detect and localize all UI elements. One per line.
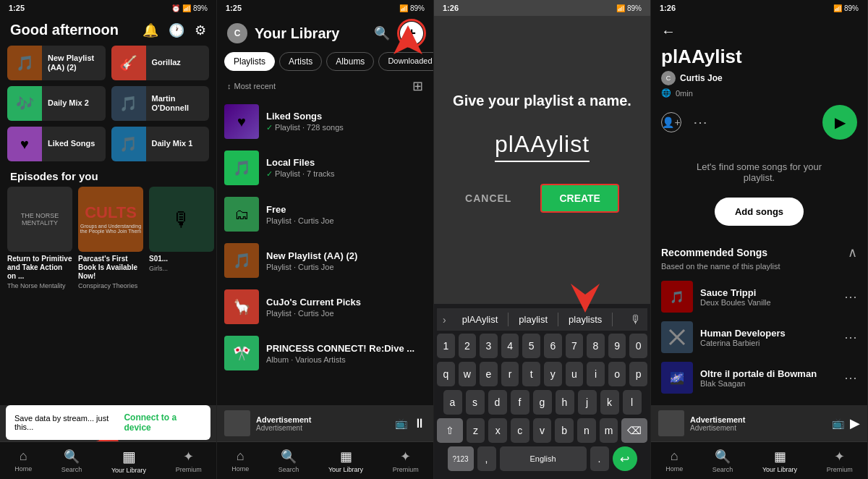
key-v[interactable]: v [533,418,552,443]
quick-item-5[interactable]: 🎵 Daily Mix 1 [111,127,210,161]
lib-item-1[interactable]: 🎵 Local Files ✓ Playlist · 7 tracks [224,145,426,191]
cancel-button[interactable]: CANCEL [465,192,511,204]
key-backspace[interactable]: ⌫ [621,418,647,443]
key-g[interactable]: g [533,390,552,415]
play-icon-p4[interactable]: ▶ [850,415,860,431]
quick-item-4[interactable]: ♥ Liked Songs [7,127,106,161]
cast-icon-p4[interactable]: 📺 [832,417,844,429]
user-avatar-p2[interactable]: C [227,23,247,43]
rec-song-0[interactable]: 🎵 Sauce Trippi Deux Boules Vanille ⋯ [661,276,857,317]
view-toggle[interactable]: ⊞ [412,78,423,94]
suggestion-1[interactable]: playlist [509,313,558,326]
quick-item-3[interactable]: 🎵 Martin O'Donnell [111,86,210,121]
nav-search-p4[interactable]: 🔍 Search [712,449,733,473]
key-l[interactable]: l [623,390,642,415]
key-d[interactable]: d [488,390,507,415]
add-user-button[interactable]: 👤+ [661,112,681,132]
key-h[interactable]: h [556,390,574,415]
key-7[interactable]: 7 [566,334,584,358]
key-s[interactable]: s [466,390,485,415]
rec-song-1[interactable]: Human Developers Caterina Barbieri ⋯ [661,317,857,357]
lib-item-4[interactable]: 🦙 CuJo's Current Picks Playlist · Curtis… [224,284,426,330]
filter-artists[interactable]: Artists [279,52,322,71]
nav-search-p2[interactable]: 🔍 Search [278,449,299,473]
quick-item-2[interactable]: 🎶 Daily Mix 2 [7,86,106,121]
rec-add-0[interactable]: ⋯ [844,289,857,305]
sort-control[interactable]: ↕ Most recent [227,82,276,90]
create-button[interactable]: CREATE [540,184,619,213]
rec-add-2[interactable]: ⋯ [844,370,857,386]
key-r[interactable]: r [501,362,519,386]
key-8[interactable]: 8 [587,334,605,358]
lib-item-2[interactable]: 🗂 Free Playlist · Curtis Joe [224,191,426,237]
key-p[interactable]: p [629,362,647,386]
key-n[interactable]: n [577,418,596,443]
nav-home-p1[interactable]: ⌂ Home [14,449,32,472]
pause-icon-p2[interactable]: ⏸ [413,416,426,431]
playlist-name-input[interactable]: plAAylist [495,131,590,162]
key-1[interactable]: 1 [437,334,455,358]
key-0[interactable]: 0 [629,334,647,358]
key-q[interactable]: q [437,362,455,386]
key-5[interactable]: 5 [522,334,540,358]
nav-search-p1[interactable]: 🔍 Search [61,449,82,473]
key-comma[interactable]: , [477,446,496,471]
add-button-p2[interactable]: + [400,22,423,45]
lib-item-5[interactable]: 🎌 PRINCESS CONNECT! Re:Dive ... Album · … [224,330,426,376]
history-icon[interactable]: 🕐 [169,22,184,38]
quick-item-1[interactable]: 🎸 Gorillaz [111,46,210,80]
suggestion-2[interactable]: playlists [558,313,613,326]
key-e[interactable]: e [480,362,498,386]
key-m[interactable]: m [600,418,618,443]
key-6[interactable]: 6 [544,334,562,358]
key-symbols[interactable]: ?123 [448,446,474,471]
play-button[interactable]: ▶ [822,105,857,140]
suggestion-0[interactable]: plAAylist [452,313,509,326]
nav-home-p2[interactable]: ⌂ Home [231,449,249,472]
filter-downloaded[interactable]: Downloaded [378,52,434,71]
key-x[interactable]: x [488,418,507,443]
key-3[interactable]: 3 [480,334,498,358]
key-space[interactable]: English [500,446,587,471]
nav-premium-p4[interactable]: ✦ Premium [827,449,853,473]
nav-premium-p2[interactable]: ✦ Premium [393,449,419,473]
nav-library-p4[interactable]: ▦ Your Library [762,449,797,473]
back-button[interactable]: ← [661,23,676,40]
lib-item-0[interactable]: ♥ Liked Songs ✓ Playlist · 728 songs [224,98,426,145]
key-f[interactable]: f [511,390,529,415]
key-4[interactable]: 4 [501,334,519,358]
lib-item-3[interactable]: 🎵 New Playlist (AA) (2) Playlist · Curti… [224,237,426,284]
key-i[interactable]: i [587,362,605,386]
bell-icon[interactable]: 🔔 [142,22,158,38]
key-w[interactable]: w [459,362,477,386]
key-t[interactable]: t [522,362,540,386]
nav-premium-p1[interactable]: ✦ Premium [176,449,202,473]
key-return[interactable]: ↩ [613,446,637,471]
key-z[interactable]: z [467,418,485,443]
settings-icon[interactable]: ⚙ [195,22,206,38]
key-u[interactable]: u [566,362,584,386]
more-button[interactable]: ⋯ [693,114,707,131]
key-shift[interactable]: ⇧ [437,418,463,443]
add-songs-button[interactable]: Add songs [715,198,804,226]
key-2[interactable]: 2 [459,334,477,358]
key-a[interactable]: a [443,390,462,415]
key-c[interactable]: c [511,418,529,443]
ep-card-2[interactable]: 🎙 S01... Girls... [149,187,214,290]
filter-playlists[interactable]: Playlists [224,52,275,71]
rec-add-1[interactable]: ⋯ [844,329,857,345]
ep-card-0[interactable]: THE NORSE MENTALITY Return to Primitive … [7,187,72,290]
key-j[interactable]: j [578,390,597,415]
search-icon-p2[interactable]: 🔍 [374,25,390,41]
rec-collapse-button[interactable]: ∧ [848,245,857,260]
key-o[interactable]: o [608,362,626,386]
nav-library-p2[interactable]: ▦ Your Library [328,449,363,473]
key-9[interactable]: 9 [608,334,626,358]
toast-action[interactable]: Connect to a device [124,412,202,433]
key-b[interactable]: b [555,418,574,443]
key-k[interactable]: k [600,390,619,415]
quick-item-0[interactable]: 🎵 New Playlist (AA) (2) [7,46,106,80]
rec-song-2[interactable]: 🌌 Oltre il portale di Bowman Blak Saagan… [661,357,857,398]
key-y[interactable]: y [544,362,562,386]
ep-card-1[interactable]: CULTS Groups and Understanding the Peopl… [78,187,143,290]
